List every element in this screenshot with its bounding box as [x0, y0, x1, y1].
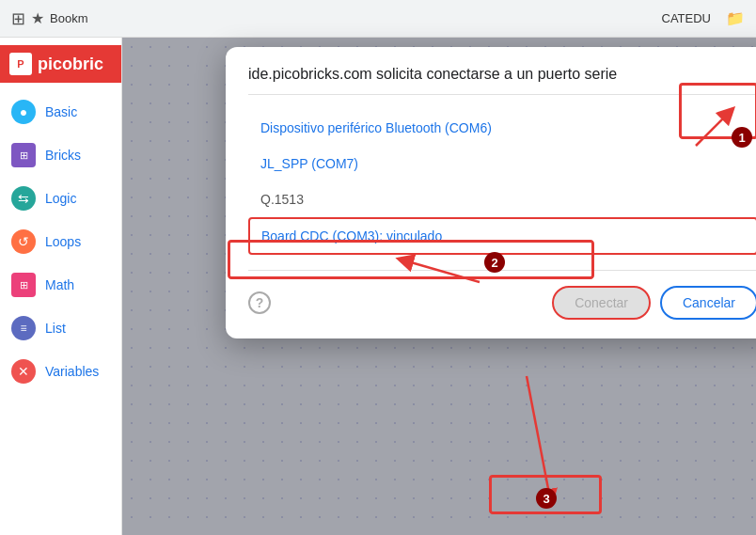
folder-icon[interactable]: 📁	[726, 9, 745, 27]
basic-icon: ●	[11, 100, 36, 124]
logic-icon: ⇆	[11, 186, 36, 211]
logo-icon: P	[9, 53, 32, 75]
logo-text: picobric	[38, 55, 103, 74]
loops-icon: ↺	[11, 229, 36, 254]
device-item-jlspp[interactable]: JL_SPP (COM7)	[248, 146, 756, 181]
device-list: Dispositivo periférico Bluetooth (COM6) …	[248, 110, 756, 255]
sidebar: P picobric ● Basic ⊞ Bricks ⇆ Logic ↺ Lo…	[0, 38, 122, 535]
sidebar-item-math[interactable]: ⊞ Math	[0, 263, 121, 307]
sidebar-item-label-bricks: Bricks	[45, 148, 81, 163]
device-board-label: Board CDC (COM3): vinculado	[261, 228, 442, 244]
sidebar-item-logic[interactable]: ⇆ Logic	[0, 177, 121, 220]
sidebar-item-bricks[interactable]: ⊞ Bricks	[0, 134, 121, 177]
variables-icon: ✕	[11, 359, 36, 384]
sidebar-item-basic[interactable]: ● Basic	[0, 90, 121, 134]
sidebar-item-list[interactable]: ≡ List	[0, 307, 121, 350]
help-icon[interactable]: ?	[248, 291, 271, 314]
device-jlspp-label: JL_SPP (COM7)	[260, 156, 358, 171]
bookmarks-label: Bookm	[50, 11, 87, 25]
connect-button[interactable]: Conectar	[552, 286, 651, 320]
bricks-icon: ⊞	[11, 143, 36, 167]
browser-bar: ⊞ ★ Bookm CATEDU 📁	[0, 0, 756, 38]
sidebar-item-label-basic: Basic	[45, 104, 77, 119]
app-container: P picobric ● Basic ⊞ Bricks ⇆ Logic ↺ Lo…	[0, 38, 756, 535]
serial-port-dialog: ide.picobricks.com solicita conectarse a…	[226, 47, 756, 338]
cancel-button[interactable]: Cancelar	[660, 286, 756, 320]
browser-nav-icons: ⊞ ★ Bookm	[11, 8, 87, 29]
device-q1513-label: Q.1513	[260, 192, 304, 207]
device-item-bluetooth[interactable]: Dispositivo periférico Bluetooth (COM6)	[248, 110, 756, 146]
star-icon[interactable]: ★	[31, 9, 44, 27]
sidebar-logo: P picobric	[0, 45, 121, 83]
dialog-footer: ? Conectar Cancelar	[248, 286, 756, 320]
sidebar-item-variables[interactable]: ✕ Variables	[0, 350, 121, 393]
list-icon: ≡	[11, 316, 36, 340]
sidebar-item-label-list: List	[45, 321, 66, 336]
device-item-board-cdc[interactable]: Board CDC (COM3): vinculado	[248, 217, 756, 255]
grid-icon[interactable]: ⊞	[11, 8, 25, 29]
main-content: 🔗 ide.picobricks.com solicita conectarse…	[122, 38, 756, 535]
sidebar-item-label-math: Math	[45, 277, 74, 292]
device-bluetooth-label: Dispositivo periférico Bluetooth (COM6)	[260, 120, 492, 135]
sidebar-item-label-logic: Logic	[45, 191, 76, 206]
sidebar-item-label-variables: Variables	[45, 364, 99, 379]
device-item-q1513[interactable]: Q.1513	[248, 181, 756, 217]
footer-buttons: Conectar Cancelar	[552, 286, 756, 320]
catedu-label: CATEDU	[662, 11, 711, 25]
sidebar-item-loops[interactable]: ↺ Loops	[0, 220, 121, 263]
dialog-title: ide.picobricks.com solicita conectarse a…	[248, 66, 756, 95]
math-icon: ⊞	[11, 273, 36, 297]
sidebar-item-label-loops: Loops	[45, 234, 81, 249]
dialog-divider	[248, 270, 756, 271]
